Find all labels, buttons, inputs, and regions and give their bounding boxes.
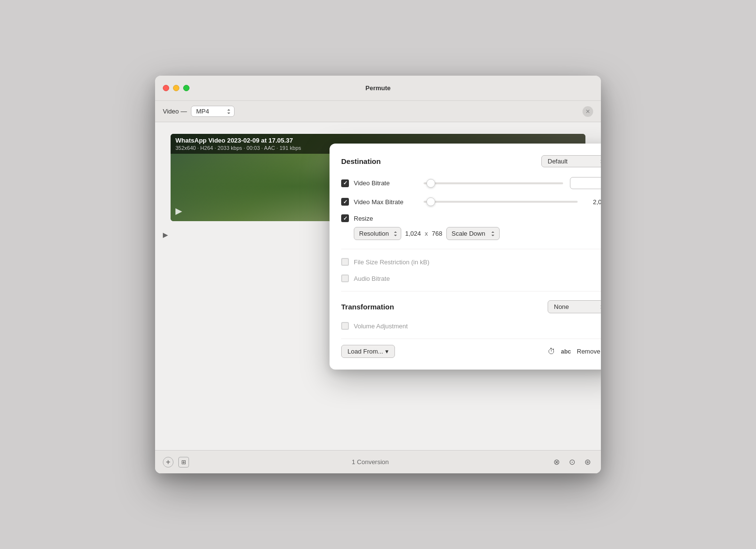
checkmark-icon-2: ✓ [343, 199, 347, 205]
video-max-bitrate-row: ✓ Video Max Bitrate 2,000 [341, 198, 601, 206]
audio-bitrate-label: Audio Bitrate [354, 275, 417, 282]
divider [341, 249, 601, 249]
close-button[interactable] [163, 85, 169, 91]
clock-icon-button[interactable]: ⏱ [548, 347, 555, 356]
volume-adjustment-row: Volume Adjustment [341, 322, 601, 330]
settings-popup: Destination Default Same as Source Deskt… [330, 144, 601, 370]
bottom-bar: + ⊞ 1 Conversion ⊗ ⊙ ⊛ [155, 450, 601, 473]
volume-checkbox[interactable] [341, 322, 349, 330]
traffic-lights [163, 85, 189, 91]
load-from-button[interactable]: Load From... ▾ [341, 345, 395, 358]
resize-section: ✓ Resize Resolution 480p 720p 1080p 4K 1… [341, 214, 601, 240]
resolution-select[interactable]: Resolution 480p 720p 1080p 4K [354, 227, 401, 240]
window-title: Permute [365, 84, 391, 92]
resize-checkbox[interactable]: ✓ [341, 214, 349, 222]
transformation-label: Transformation [341, 303, 394, 311]
file-size-checkbox[interactable] [341, 258, 349, 266]
load-from-chevron: ▾ [385, 348, 389, 355]
destination-select[interactable]: Default Same as Source Desktop Custom... [541, 155, 601, 167]
video-max-bitrate-label: Video Max Bitrate [354, 198, 417, 206]
slider-thumb [426, 179, 435, 188]
play-button[interactable]: ▶ [175, 206, 182, 216]
close-conversion-button[interactable]: ✕ [583, 106, 593, 117]
checkmark-icon-3: ✓ [343, 215, 347, 222]
title-bar: Permute [155, 76, 601, 101]
file-size-label: File Size Restriction (in kB) [354, 258, 429, 266]
resize-header: ✓ Resize [341, 214, 601, 222]
video-bitrate-label: Video Bitrate [354, 179, 417, 187]
format-selector: Video — MP4 MOV MKV AVI MP3 AAC [163, 106, 235, 117]
pause-button[interactable]: ⊙ [567, 457, 578, 468]
divider-2 [341, 291, 601, 291]
load-from-label: Load From... [347, 348, 383, 355]
resize-controls: Resolution 480p 720p 1080p 4K 1,024 x 76… [354, 227, 601, 240]
bottom-left: + ⊞ [163, 457, 189, 468]
checkmark-icon: ✓ [343, 180, 347, 186]
video-max-bitrate-checkbox[interactable]: ✓ [341, 198, 349, 206]
file-size-row: File Size Restriction (in kB) [341, 258, 601, 266]
help-button[interactable]: ⊛ [583, 457, 593, 468]
slider-thumb-2 [426, 197, 435, 206]
res-separator: x [425, 230, 428, 237]
media-browser-button[interactable]: ⊞ [178, 457, 189, 468]
video-bitrate-row: ✓ Video Bitrate [341, 177, 601, 189]
maximize-button[interactable] [183, 85, 189, 91]
transformation-row: Transformation None Rotate 90° Rotate 18… [341, 300, 601, 313]
format-prefix-label: Video — [163, 108, 187, 115]
scale-select[interactable]: Scale Down Scale Up Exact None [446, 227, 500, 240]
video-max-bitrate-slider[interactable] [424, 201, 578, 203]
play-icon-small[interactable]: ▶ [163, 231, 168, 239]
stop-button[interactable]: ⊗ [551, 457, 562, 468]
audio-bitrate-row: Audio Bitrate [341, 274, 601, 282]
destination-title: Destination [341, 157, 381, 165]
footer-right: ⏱ abc Remove All [548, 347, 601, 356]
transformation-select[interactable]: None Rotate 90° Rotate 180° Rotate 270° … [548, 300, 601, 313]
volume-label: Volume Adjustment [354, 323, 417, 330]
minimize-button[interactable] [173, 85, 179, 91]
resolution-height: 768 [432, 230, 442, 237]
popup-header: Destination Default Same as Source Deskt… [341, 155, 601, 167]
video-bitrate-input[interactable] [570, 177, 601, 189]
video-title: WhatsApp Video 2023-02-09 at 17.05.37 [175, 137, 581, 144]
popup-footer: Load From... ▾ ⏱ abc Remove All [341, 339, 601, 358]
audio-bitrate-checkbox[interactable] [341, 274, 349, 282]
add-button[interactable]: + [163, 457, 173, 468]
resolution-width: 1,024 [405, 230, 421, 237]
bottom-conversion-count: 1 Conversion [352, 458, 389, 466]
resize-label: Resize [354, 215, 417, 222]
format-select[interactable]: MP4 MOV MKV AVI MP3 AAC [191, 106, 235, 117]
toolbar: Video — MP4 MOV MKV AVI MP3 AAC ✕ [155, 101, 601, 122]
video-max-bitrate-value: 2,000 [584, 198, 601, 206]
video-bitrate-checkbox[interactable]: ✓ [341, 179, 349, 187]
abc-button[interactable]: abc [561, 348, 571, 355]
remove-all-button[interactable]: Remove All [577, 348, 601, 355]
video-bitrate-slider[interactable] [424, 182, 563, 184]
bottom-right: ⊗ ⊙ ⊛ [551, 457, 593, 468]
